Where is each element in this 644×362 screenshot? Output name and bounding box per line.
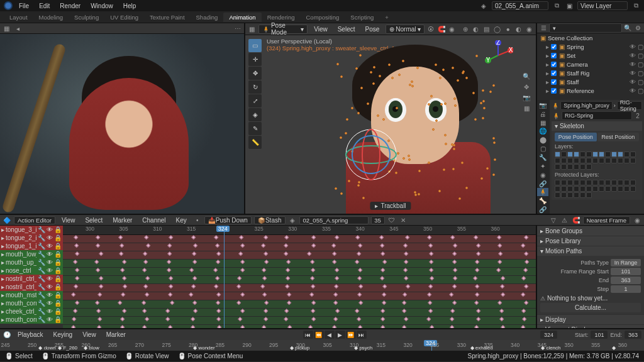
xray-icon[interactable]: ▤ xyxy=(482,25,491,33)
tool-measure[interactable]: 📏 xyxy=(248,136,262,149)
tree-item[interactable]: ▸▣Set👁▢ xyxy=(537,51,644,60)
menu-edit[interactable]: Edit xyxy=(35,2,53,10)
dope-warn-icon[interactable]: ⚠ xyxy=(560,216,569,224)
dope-key[interactable]: Key xyxy=(172,216,191,224)
ptab-render-icon[interactable]: 📷 xyxy=(537,101,548,109)
pose-position-btn[interactable]: Pose Position xyxy=(555,133,597,141)
shade-solid-icon[interactable]: ● xyxy=(504,25,512,33)
keyframe-track[interactable] xyxy=(63,276,536,284)
panel-motion-paths[interactable]: ▾ Motion Paths xyxy=(537,246,644,256)
channel-row[interactable]: ▸tongue_1_ik🔧👁🔒 xyxy=(0,242,63,250)
ws-scripting[interactable]: Scripting xyxy=(345,13,379,22)
dope-view[interactable]: View xyxy=(58,216,79,224)
menu-file[interactable]: File xyxy=(15,2,33,10)
tree-item[interactable]: ▸▣Spring👁▢ xyxy=(537,42,644,51)
action-users[interactable]: 35 xyxy=(371,216,385,224)
preview-opt-icon[interactable]: ⋯ xyxy=(233,24,242,33)
editor-type-3d-icon[interactable]: ▦ xyxy=(248,25,256,33)
tl-view[interactable]: View xyxy=(79,331,100,339)
vp-select[interactable]: Select xyxy=(334,25,359,33)
propedit-icon[interactable]: ◉ xyxy=(448,25,456,33)
preview-left-icon[interactable]: ◂ xyxy=(13,24,22,33)
dope-editor-icon[interactable]: 🔷 xyxy=(3,216,11,224)
tree-item[interactable]: ▸▣Camera👁▢ xyxy=(537,60,644,69)
frame-start-field[interactable]: 101 xyxy=(611,268,641,275)
mode-selector[interactable]: 🧍 Pose Mode ▾ xyxy=(258,25,308,34)
channel-list[interactable]: ▸tongue_3_ik🔧👁🔒▸tongue_2_ik🔧👁🔒▸tongue_1_… xyxy=(0,226,63,328)
channel-row[interactable]: ▸mouth_corner_L🔧👁🔒 xyxy=(0,299,63,307)
snap-mode-select[interactable]: Nearest Frame xyxy=(583,216,630,224)
timeline-editor-icon[interactable]: 🕐 xyxy=(3,331,11,339)
channel-row[interactable]: ▸nostril_ctrl_L🔧👁🔒 xyxy=(0,275,63,283)
channel-row[interactable]: ▸mouth_up_ctrl🔧👁🔒 xyxy=(0,258,63,266)
timeline-ruler[interactable]: 324 245250255260265270275280285290295300… xyxy=(0,340,644,351)
ws-modeling[interactable]: Modeling xyxy=(33,13,69,22)
tool-scale[interactable]: ⤢ xyxy=(248,94,262,107)
vp-pose[interactable]: Pose xyxy=(361,25,383,33)
rotation-gizmo[interactable] xyxy=(343,126,399,183)
viewlayer-buttons[interactable]: ⧉ xyxy=(631,1,640,10)
dope-marker[interactable]: Marker xyxy=(109,216,136,224)
ws-animation[interactable]: Animation xyxy=(223,13,261,22)
channel-row[interactable]: ▸mouth_corner_R🔧👁🔒 xyxy=(0,315,63,324)
jump-end-btn[interactable]: ⏭ xyxy=(357,331,367,339)
stash-btn[interactable]: 📦 Stash xyxy=(254,216,286,224)
channel-row[interactable]: ▸nose_ctrl🔧👁🔒 xyxy=(0,266,63,275)
ws-layout[interactable]: Layout xyxy=(4,13,33,22)
action-select[interactable]: 02_055_A.spring xyxy=(299,216,369,224)
pivot-icon[interactable]: ⦿ xyxy=(427,25,435,33)
tool-move[interactable]: ✥ xyxy=(248,67,262,80)
tree-item[interactable]: ▸▣Staff Rig👁▢ xyxy=(537,69,644,77)
ws-texturepaint[interactable]: Texture Paint xyxy=(144,13,190,22)
dope-select[interactable]: Select xyxy=(81,216,106,224)
shade-mat-icon[interactable]: ◐ xyxy=(514,25,523,33)
keyframe-track[interactable] xyxy=(63,292,536,300)
keyframe-track[interactable] xyxy=(63,309,536,317)
ptab-world-icon[interactable]: ⬤ xyxy=(537,136,548,144)
ptab-boneconstraint-icon[interactable]: 🔗 xyxy=(537,206,548,214)
tool-cursor[interactable]: ✛ xyxy=(248,53,262,66)
orientation-select[interactable]: ⊕ Normal ▾ xyxy=(386,25,424,34)
dope-filter-icon[interactable]: ▽ xyxy=(549,216,558,224)
ptab-physics-icon[interactable]: ◉ xyxy=(537,171,548,179)
nav-move-icon[interactable]: ✥ xyxy=(522,82,531,91)
camera-preview[interactable] xyxy=(0,34,244,214)
calculate-btn[interactable]: Calculate... xyxy=(540,303,641,312)
3d-viewport[interactable]: ▭ ✛ ✥ ↻ ⤢ ◈ ✎ 📏 User Perspective (Local)… xyxy=(245,35,536,214)
dope-channel[interactable]: Channel xyxy=(138,216,169,224)
keyframe-prev-btn[interactable]: ⏪ xyxy=(314,331,324,339)
current-frame-field[interactable]: 324 xyxy=(540,331,557,339)
editor-type-icon[interactable]: ▦ xyxy=(2,24,11,33)
frame-step-field[interactable]: 1 xyxy=(611,285,641,293)
scene-buttons[interactable]: ⧉ xyxy=(552,1,561,10)
keyframe-track[interactable] xyxy=(63,284,536,292)
rest-position-btn[interactable]: Rest Position xyxy=(597,133,640,141)
frame-end-field[interactable]: 363 xyxy=(611,277,641,284)
overlay-icon[interactable]: ◐ xyxy=(472,25,480,33)
search-icon[interactable]: 🔍 xyxy=(623,24,632,33)
protected-layers[interactable] xyxy=(555,180,639,198)
tree-item[interactable]: ▸▣Reference👁▢ xyxy=(537,86,644,95)
keyframe-track[interactable] xyxy=(63,260,536,268)
keyframe-track[interactable] xyxy=(63,317,536,325)
keyframe-track[interactable] xyxy=(63,268,536,276)
scene-name-field[interactable]: 02_055_A.anim xyxy=(492,1,548,10)
menu-render[interactable]: Render xyxy=(56,2,84,10)
play-reverse-btn[interactable]: ◀ xyxy=(325,331,335,339)
snap-icon[interactable]: 🧲 xyxy=(437,25,445,33)
keyframe-track[interactable] xyxy=(63,243,536,251)
play-btn[interactable]: ▶ xyxy=(335,331,345,339)
panel-display[interactable]: ▸ Display xyxy=(537,315,644,324)
panel-skeleton[interactable]: ▾ Skeleton xyxy=(552,121,642,131)
channel-row[interactable]: ▸nostril_ctrl_R🔧👁🔒 xyxy=(0,283,63,291)
ws-uvediting[interactable]: UV Editing xyxy=(104,13,144,22)
channel-row[interactable]: ▸tongue_2_ik🔧👁🔒 xyxy=(0,234,63,242)
users-count[interactable]: 2 xyxy=(633,111,642,120)
ws-shading[interactable]: Shading xyxy=(191,13,224,22)
armature-layers[interactable] xyxy=(555,151,639,170)
outliner-type-icon[interactable]: ☰ xyxy=(539,24,548,33)
snap-toggle-icon[interactable]: 🧲 xyxy=(572,216,580,224)
ptab-scene-icon[interactable]: 🌐 xyxy=(537,128,548,136)
channel-row[interactable]: ▸cheek_ctrl_L🔧👁🔒 xyxy=(0,307,63,315)
ws-sculpting[interactable]: Sculpting xyxy=(69,13,104,22)
